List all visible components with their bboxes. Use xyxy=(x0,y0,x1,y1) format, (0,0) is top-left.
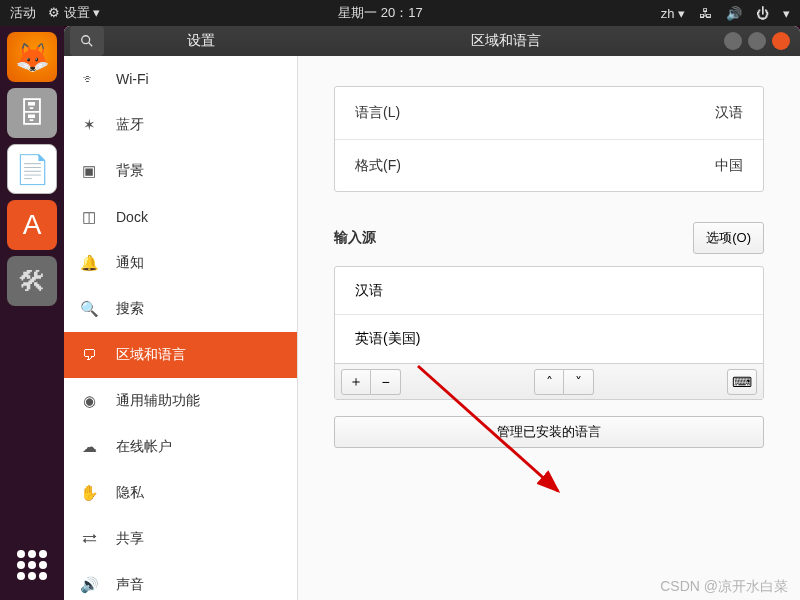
power-icon[interactable]: ⏻ xyxy=(756,6,769,21)
move-down-button[interactable]: ˅ xyxy=(564,369,594,395)
input-method-indicator[interactable]: zh ▾ xyxy=(661,6,685,21)
input-sources-toolbar: ＋ − ˄ ˅ ⌨ xyxy=(335,363,763,399)
background-icon: ▣ xyxy=(80,162,98,180)
share-icon: ⮂ xyxy=(80,530,98,547)
app-menu-label: 设置 xyxy=(64,5,90,20)
network-icon[interactable]: 🖧 xyxy=(699,6,712,21)
main-pane: 语言(L) 汉语 格式(F) 中国 输入源 选项(O) 汉语英语(美国) ＋ − xyxy=(298,56,800,600)
sidebar-item-dock[interactable]: ◫Dock xyxy=(64,194,297,240)
search-icon xyxy=(80,34,94,48)
sidebar-item-wifi[interactable]: ᯤWi-Fi xyxy=(64,56,297,102)
minimize-button[interactable] xyxy=(724,32,742,50)
dock-icon: ◫ xyxy=(80,208,98,226)
search-icon: 🔍 xyxy=(80,300,98,318)
sidebar-item-online[interactable]: ☁在线帐户 xyxy=(64,424,297,470)
page-title: 区域和语言 xyxy=(298,32,714,50)
format-row[interactable]: 格式(F) 中国 xyxy=(335,139,763,191)
launcher-files[interactable]: 🗄 xyxy=(7,88,57,138)
input-source-row[interactable]: 英语(美国) xyxy=(335,315,763,363)
sidebar-item-label: 蓝牙 xyxy=(116,116,144,134)
sidebar-title: 设置 xyxy=(104,32,298,50)
sidebar-item-label: 声音 xyxy=(116,576,144,594)
bell-icon: 🔔 xyxy=(80,254,98,272)
input-source-row[interactable]: 汉语 xyxy=(335,267,763,315)
volume-icon[interactable]: 🔊 xyxy=(726,6,742,21)
gear-icon: ⚙ xyxy=(48,5,60,20)
language-value: 汉语 xyxy=(715,104,743,122)
launcher: 🦊 🗄 📄 A 🛠 xyxy=(0,26,64,600)
sidebar-item-accessibility[interactable]: ◉通用辅助功能 xyxy=(64,378,297,424)
app-menu[interactable]: ⚙ 设置 ▾ xyxy=(48,4,100,22)
chevron-down-icon: ▾ xyxy=(93,5,100,20)
activities-button[interactable]: 活动 xyxy=(10,4,36,22)
svg-line-1 xyxy=(89,43,93,47)
sidebar-item-label: 区域和语言 xyxy=(116,346,186,364)
language-label: 语言(L) xyxy=(355,104,400,122)
sidebar-item-region[interactable]: 🗩区域和语言 xyxy=(64,332,297,378)
sidebar-item-bluetooth[interactable]: ✶蓝牙 xyxy=(64,102,297,148)
sidebar-item-label: 隐私 xyxy=(116,484,144,502)
keyboard-layout-button[interactable]: ⌨ xyxy=(727,369,757,395)
launcher-firefox[interactable]: 🦊 xyxy=(7,32,57,82)
online-icon: ☁ xyxy=(80,438,98,456)
sidebar-item-label: 背景 xyxy=(116,162,144,180)
watermark: CSDN @凉开水白菜 xyxy=(660,578,788,596)
input-sources-list: 汉语英语(美国) ＋ − ˄ ˅ ⌨ xyxy=(334,266,764,400)
sidebar-item-label: 通用辅助功能 xyxy=(116,392,200,410)
sidebar-item-search[interactable]: 🔍搜索 xyxy=(64,286,297,332)
privacy-icon: ✋ xyxy=(80,484,98,502)
sidebar-item-bell[interactable]: 🔔通知 xyxy=(64,240,297,286)
show-applications[interactable] xyxy=(0,540,64,590)
region-icon: 🗩 xyxy=(80,346,98,363)
sidebar-item-privacy[interactable]: ✋隐私 xyxy=(64,470,297,516)
launcher-settings[interactable]: 🛠 xyxy=(7,256,57,306)
options-button[interactable]: 选项(O) xyxy=(693,222,764,254)
language-format-card: 语言(L) 汉语 格式(F) 中国 xyxy=(334,86,764,192)
settings-window: 设置 区域和语言 ᯤWi-Fi✶蓝牙▣背景◫Dock🔔通知🔍搜索🗩区域和语言◉通… xyxy=(64,26,800,600)
wifi-icon: ᯤ xyxy=(80,70,98,87)
bluetooth-icon: ✶ xyxy=(80,116,98,134)
maximize-button[interactable] xyxy=(748,32,766,50)
language-row[interactable]: 语言(L) 汉语 xyxy=(335,87,763,139)
sidebar-item-label: Wi-Fi xyxy=(116,71,149,87)
accessibility-icon: ◉ xyxy=(80,392,98,410)
titlebar: 设置 区域和语言 xyxy=(64,26,800,56)
sidebar-item-label: 在线帐户 xyxy=(116,438,172,456)
format-value: 中国 xyxy=(715,157,743,175)
sidebar-item-label: 搜索 xyxy=(116,300,144,318)
top-panel: 活动 ⚙ 设置 ▾ 星期一 20：17 zh ▾ 🖧 🔊 ⏻ ▾ xyxy=(0,0,800,26)
search-button[interactable] xyxy=(70,26,104,56)
input-sources-title: 输入源 xyxy=(334,229,376,247)
sidebar-item-label: Dock xyxy=(116,209,148,225)
sidebar-item-label: 共享 xyxy=(116,530,144,548)
manage-languages-button[interactable]: 管理已安装的语言 xyxy=(334,416,764,448)
sidebar-item-label: 通知 xyxy=(116,254,144,272)
settings-sidebar: ᯤWi-Fi✶蓝牙▣背景◫Dock🔔通知🔍搜索🗩区域和语言◉通用辅助功能☁在线帐… xyxy=(64,56,298,600)
clock[interactable]: 星期一 20：17 xyxy=(100,4,660,22)
launcher-software[interactable]: A xyxy=(7,200,57,250)
add-source-button[interactable]: ＋ xyxy=(341,369,371,395)
sidebar-item-background[interactable]: ▣背景 xyxy=(64,148,297,194)
remove-source-button[interactable]: − xyxy=(371,369,401,395)
svg-point-0 xyxy=(82,36,90,44)
close-button[interactable] xyxy=(772,32,790,50)
sound-icon: 🔊 xyxy=(80,576,98,594)
sidebar-item-share[interactable]: ⮂共享 xyxy=(64,516,297,562)
launcher-writer[interactable]: 📄 xyxy=(7,144,57,194)
move-up-button[interactable]: ˄ xyxy=(534,369,564,395)
system-menu-chevron[interactable]: ▾ xyxy=(783,6,790,21)
sidebar-item-sound[interactable]: 🔊声音 xyxy=(64,562,297,600)
format-label: 格式(F) xyxy=(355,157,401,175)
